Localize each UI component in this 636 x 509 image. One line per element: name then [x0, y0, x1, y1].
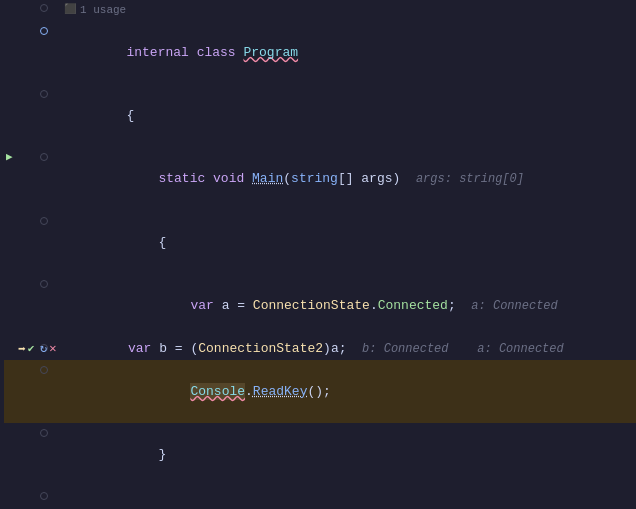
token-var-1: var [190, 298, 221, 313]
line-gutter-9 [4, 429, 56, 437]
token-dot-1: . [370, 298, 378, 313]
gutter-dot-10 [40, 492, 48, 500]
gutter-dot-5 [40, 217, 48, 225]
indent-5 [126, 381, 190, 402]
code-line-8: Console.ReadKey(); [4, 360, 636, 423]
token-string-type: string [291, 171, 338, 186]
token-eq-2: = ( [175, 338, 198, 359]
gutter-dot-4 [40, 153, 48, 161]
token-args: args [361, 171, 392, 186]
gutter-dot-2 [40, 27, 48, 35]
arrow-right-icon[interactable]: ➡ [18, 339, 26, 360]
line-gutter-2 [4, 27, 56, 35]
token-connected-1: Connected [378, 298, 448, 313]
line-gutter-5 [4, 217, 56, 225]
token-class: class [197, 45, 244, 60]
line-content-10: } [56, 486, 636, 509]
indent-4 [64, 338, 128, 359]
token-brace-open: { [126, 108, 134, 123]
token-cast-close: ) [323, 338, 331, 359]
line-content-8: Console.ReadKey(); [56, 360, 636, 423]
gutter-dot-9 [40, 429, 48, 437]
line-content-9: } [56, 423, 636, 486]
token-a: a [222, 298, 238, 313]
editor-container: ⬛ 1 usage internal class Program { [0, 0, 636, 509]
gutter-dot-8 [40, 366, 48, 374]
usage-icon: ⬛ [64, 0, 76, 20]
token-hint-args: args: string[0] [416, 172, 524, 186]
side-icons-2: ↻ ✕ [40, 339, 56, 360]
gutter-dot [40, 4, 48, 12]
line-gutter-10 [4, 492, 56, 500]
code-area: ⬛ 1 usage internal class Program { [0, 0, 636, 509]
line-content-6: var a = ConnectionState.Connected; a: Co… [56, 274, 636, 338]
line-gutter-3 [4, 90, 56, 98]
token-eq-1: = [237, 298, 253, 313]
indent-3 [126, 295, 190, 316]
line-gutter-4: ▶ [4, 153, 56, 161]
usage-badge-1[interactable]: ⬛ 1 usage [56, 0, 636, 20]
run-icon[interactable]: ▶ [6, 147, 13, 168]
code-line-3: { [4, 84, 636, 147]
gutter-dot-6 [40, 280, 48, 288]
token-void: void [213, 171, 252, 186]
close-icon[interactable]: ✕ [49, 339, 56, 360]
token-var-2: var [128, 338, 159, 359]
usage-text-1: 1 usage [80, 0, 126, 20]
token-program: Program [243, 45, 298, 60]
token-semi-1: ; [448, 298, 471, 313]
code-line-2: internal class Program [4, 21, 636, 84]
token-a-ref: a [331, 338, 339, 359]
token-internal: internal [126, 45, 196, 60]
token-dot-2: . [245, 384, 253, 399]
token-brackets: [] [338, 171, 361, 186]
code-line-5: { [4, 211, 636, 274]
token-static: static [158, 171, 213, 186]
line-gutter-8 [4, 366, 56, 374]
token-readkey-parens: (); [307, 384, 330, 399]
gutter-dot-3 [40, 90, 48, 98]
token-paren-close: ) [393, 171, 416, 186]
indent-2 [126, 232, 158, 253]
token-hint-a: a: Connected [471, 299, 557, 313]
token-console: Console [190, 383, 245, 400]
side-icons: ➡ ✔ [18, 339, 34, 360]
token-enum1: ConnectionState [253, 298, 370, 313]
indent-6 [126, 444, 158, 465]
token-main: Main [252, 171, 283, 186]
line-content-2: internal class Program [56, 21, 636, 84]
token-paren-open: ( [283, 171, 291, 186]
code-line-9: } [4, 423, 636, 486]
code-line-4: ▶ static void Main(string[] args) args: … [4, 147, 636, 211]
line-gutter-6 [4, 280, 56, 288]
token-readkey: ReadKey [253, 384, 308, 399]
token-hint-b: b: Connected a: Connected [362, 339, 564, 360]
code-line-10: } [4, 486, 636, 509]
usage-line-1: ⬛ 1 usage [4, 0, 636, 21]
line-content-4: static void Main(string[] args) args: st… [56, 147, 636, 211]
token-b: b [159, 338, 175, 359]
code-line-6: var a = ConnectionState.Connected; a: Co… [4, 274, 636, 338]
token-enum2: ConnectionState2 [198, 338, 323, 359]
token-brace-inner-close: } [158, 447, 166, 462]
check-icon[interactable]: ✔ [28, 339, 35, 360]
token-brace-inner-open: { [158, 235, 166, 250]
code-line-7: var b = (ConnectionState2)a; b: Connecte… [4, 338, 636, 360]
token-semi-2: ; [339, 338, 362, 359]
line-content-3: { [56, 84, 636, 147]
indent-1 [126, 168, 158, 189]
refresh-icon[interactable]: ↻ [40, 339, 47, 360]
line-content-7: var b = (ConnectionState2)a; b: Connecte… [56, 338, 636, 360]
line-content-5: { [56, 211, 636, 274]
line-gutter [4, 4, 56, 12]
